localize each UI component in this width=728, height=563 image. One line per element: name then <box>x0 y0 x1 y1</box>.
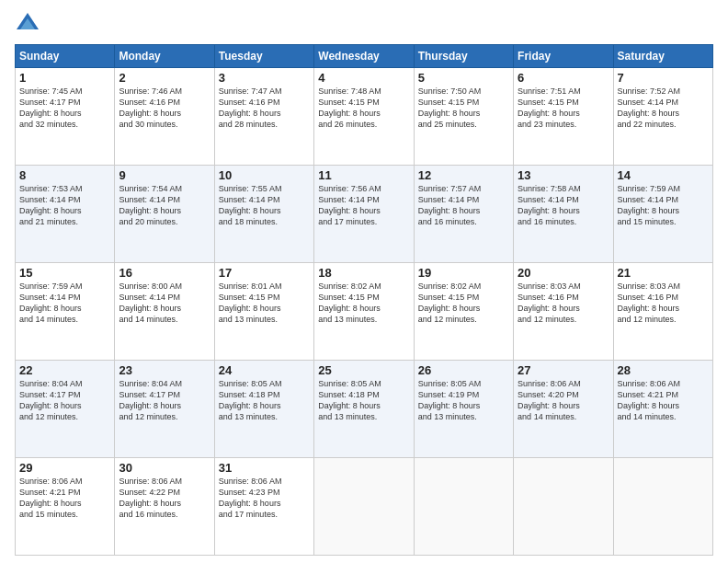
day-info: Sunrise: 8:00 AM Sunset: 4:14 PM Dayligh… <box>119 281 210 326</box>
weekday-header-saturday: Saturday <box>613 45 712 68</box>
weekday-row: SundayMondayTuesdayWednesdayThursdayFrid… <box>16 45 713 68</box>
calendar-cell: 14Sunrise: 7:59 AM Sunset: 4:14 PM Dayli… <box>613 166 712 263</box>
day-info: Sunrise: 7:55 AM Sunset: 4:14 PM Dayligh… <box>219 183 310 228</box>
calendar-cell: 16Sunrise: 8:00 AM Sunset: 4:14 PM Dayli… <box>115 263 214 361</box>
day-info: Sunrise: 7:47 AM Sunset: 4:16 PM Dayligh… <box>219 86 310 131</box>
day-info: Sunrise: 8:04 AM Sunset: 4:17 PM Dayligh… <box>119 378 210 423</box>
day-number: 5 <box>418 71 509 85</box>
calendar-header: SundayMondayTuesdayWednesdayThursdayFrid… <box>16 45 713 68</box>
day-info: Sunrise: 7:45 AM Sunset: 4:17 PM Dayligh… <box>19 86 110 131</box>
day-number: 18 <box>318 266 409 280</box>
weekday-header-wednesday: Wednesday <box>314 45 414 68</box>
day-info: Sunrise: 7:46 AM Sunset: 4:16 PM Dayligh… <box>119 86 210 131</box>
calendar-week-3: 15Sunrise: 7:59 AM Sunset: 4:14 PM Dayli… <box>16 263 713 361</box>
calendar-cell: 10Sunrise: 7:55 AM Sunset: 4:14 PM Dayli… <box>214 166 313 263</box>
day-info: Sunrise: 8:01 AM Sunset: 4:15 PM Dayligh… <box>219 281 310 326</box>
calendar-cell: 29Sunrise: 8:06 AM Sunset: 4:21 PM Dayli… <box>16 458 115 556</box>
day-info: Sunrise: 7:51 AM Sunset: 4:15 PM Dayligh… <box>518 86 609 131</box>
day-number: 15 <box>19 266 110 280</box>
day-info: Sunrise: 8:05 AM Sunset: 4:19 PM Dayligh… <box>418 378 509 423</box>
calendar-cell: 1Sunrise: 7:45 AM Sunset: 4:17 PM Daylig… <box>16 68 115 166</box>
header <box>15 11 713 37</box>
calendar-cell: 5Sunrise: 7:50 AM Sunset: 4:15 PM Daylig… <box>414 68 513 166</box>
day-info: Sunrise: 8:02 AM Sunset: 4:15 PM Dayligh… <box>418 281 509 326</box>
calendar-cell: 7Sunrise: 7:52 AM Sunset: 4:14 PM Daylig… <box>613 68 712 166</box>
day-number: 16 <box>119 266 210 280</box>
day-number: 30 <box>119 461 210 475</box>
page: SundayMondayTuesdayWednesdayThursdayFrid… <box>0 0 728 563</box>
calendar-cell: 25Sunrise: 8:05 AM Sunset: 4:18 PM Dayli… <box>314 361 414 458</box>
weekday-header-tuesday: Tuesday <box>214 45 313 68</box>
day-number: 23 <box>119 363 210 377</box>
day-info: Sunrise: 7:59 AM Sunset: 4:14 PM Dayligh… <box>618 183 709 228</box>
calendar-week-4: 22Sunrise: 8:04 AM Sunset: 4:17 PM Dayli… <box>16 361 713 458</box>
calendar-cell: 18Sunrise: 8:02 AM Sunset: 4:15 PM Dayli… <box>314 263 414 361</box>
day-number: 26 <box>418 363 509 377</box>
day-info: Sunrise: 8:03 AM Sunset: 4:16 PM Dayligh… <box>618 281 709 326</box>
day-number: 27 <box>518 363 609 377</box>
day-info: Sunrise: 7:50 AM Sunset: 4:15 PM Dayligh… <box>418 86 509 131</box>
calendar-cell: 11Sunrise: 7:56 AM Sunset: 4:14 PM Dayli… <box>314 166 414 263</box>
day-number: 22 <box>19 363 110 377</box>
day-number: 3 <box>219 71 310 85</box>
day-number: 12 <box>418 168 509 182</box>
day-info: Sunrise: 8:05 AM Sunset: 4:18 PM Dayligh… <box>219 378 310 423</box>
day-number: 28 <box>618 363 709 377</box>
day-number: 19 <box>418 266 509 280</box>
calendar-table: SundayMondayTuesdayWednesdayThursdayFrid… <box>15 44 713 556</box>
day-number: 4 <box>318 71 409 85</box>
day-number: 17 <box>219 266 310 280</box>
weekday-header-thursday: Thursday <box>414 45 513 68</box>
calendar-cell: 23Sunrise: 8:04 AM Sunset: 4:17 PM Dayli… <box>115 361 214 458</box>
day-info: Sunrise: 8:06 AM Sunset: 4:21 PM Dayligh… <box>19 476 110 521</box>
day-info: Sunrise: 7:54 AM Sunset: 4:14 PM Dayligh… <box>119 183 210 228</box>
logo-icon <box>15 11 40 37</box>
calendar-cell <box>414 458 513 556</box>
day-info: Sunrise: 8:06 AM Sunset: 4:22 PM Dayligh… <box>119 476 210 521</box>
calendar-body: 1Sunrise: 7:45 AM Sunset: 4:17 PM Daylig… <box>16 68 713 556</box>
calendar-cell: 27Sunrise: 8:06 AM Sunset: 4:20 PM Dayli… <box>514 361 613 458</box>
day-number: 2 <box>119 71 210 85</box>
day-number: 13 <box>518 168 609 182</box>
day-number: 25 <box>318 363 409 377</box>
calendar-cell <box>613 458 712 556</box>
calendar-cell: 13Sunrise: 7:58 AM Sunset: 4:14 PM Dayli… <box>514 166 613 263</box>
calendar-cell: 20Sunrise: 8:03 AM Sunset: 4:16 PM Dayli… <box>514 263 613 361</box>
calendar-cell: 26Sunrise: 8:05 AM Sunset: 4:19 PM Dayli… <box>414 361 513 458</box>
calendar-cell: 30Sunrise: 8:06 AM Sunset: 4:22 PM Dayli… <box>115 458 214 556</box>
day-info: Sunrise: 8:02 AM Sunset: 4:15 PM Dayligh… <box>318 281 409 326</box>
day-info: Sunrise: 8:06 AM Sunset: 4:23 PM Dayligh… <box>219 476 310 521</box>
day-number: 21 <box>618 266 709 280</box>
calendar-cell: 12Sunrise: 7:57 AM Sunset: 4:14 PM Dayli… <box>414 166 513 263</box>
calendar-cell: 24Sunrise: 8:05 AM Sunset: 4:18 PM Dayli… <box>214 361 313 458</box>
day-info: Sunrise: 7:48 AM Sunset: 4:15 PM Dayligh… <box>318 86 409 131</box>
day-number: 31 <box>219 461 310 475</box>
calendar-cell: 8Sunrise: 7:53 AM Sunset: 4:14 PM Daylig… <box>16 166 115 263</box>
day-number: 20 <box>518 266 609 280</box>
day-number: 7 <box>618 71 709 85</box>
weekday-header-monday: Monday <box>115 45 214 68</box>
calendar-week-2: 8Sunrise: 7:53 AM Sunset: 4:14 PM Daylig… <box>16 166 713 263</box>
calendar-cell <box>314 458 414 556</box>
day-number: 14 <box>618 168 709 182</box>
day-number: 6 <box>518 71 609 85</box>
calendar-cell: 19Sunrise: 8:02 AM Sunset: 4:15 PM Dayli… <box>414 263 513 361</box>
day-number: 10 <box>219 168 310 182</box>
day-number: 11 <box>318 168 409 182</box>
day-number: 24 <box>219 363 310 377</box>
calendar-cell: 28Sunrise: 8:06 AM Sunset: 4:21 PM Dayli… <box>613 361 712 458</box>
day-number: 29 <box>19 461 110 475</box>
day-info: Sunrise: 8:06 AM Sunset: 4:21 PM Dayligh… <box>618 378 709 423</box>
calendar-cell: 31Sunrise: 8:06 AM Sunset: 4:23 PM Dayli… <box>214 458 313 556</box>
calendar-cell: 22Sunrise: 8:04 AM Sunset: 4:17 PM Dayli… <box>16 361 115 458</box>
day-info: Sunrise: 7:56 AM Sunset: 4:14 PM Dayligh… <box>318 183 409 228</box>
calendar-cell: 15Sunrise: 7:59 AM Sunset: 4:14 PM Dayli… <box>16 263 115 361</box>
calendar-cell: 21Sunrise: 8:03 AM Sunset: 4:16 PM Dayli… <box>613 263 712 361</box>
calendar-cell <box>514 458 613 556</box>
day-info: Sunrise: 8:04 AM Sunset: 4:17 PM Dayligh… <box>19 378 110 423</box>
day-info: Sunrise: 7:59 AM Sunset: 4:14 PM Dayligh… <box>19 281 110 326</box>
calendar-cell: 4Sunrise: 7:48 AM Sunset: 4:15 PM Daylig… <box>314 68 414 166</box>
calendar-cell: 9Sunrise: 7:54 AM Sunset: 4:14 PM Daylig… <box>115 166 214 263</box>
calendar-cell: 2Sunrise: 7:46 AM Sunset: 4:16 PM Daylig… <box>115 68 214 166</box>
day-info: Sunrise: 7:52 AM Sunset: 4:14 PM Dayligh… <box>618 86 709 131</box>
